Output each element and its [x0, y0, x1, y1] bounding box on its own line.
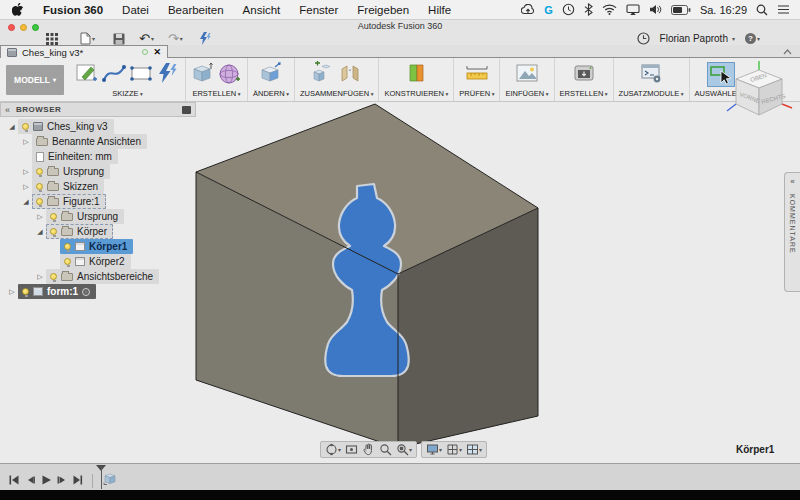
- group-label-skizze[interactable]: SKIZZE: [112, 89, 143, 98]
- minimize-window-button[interactable]: [20, 24, 27, 31]
- group-label-zusammenfuegen[interactable]: ZUSAMMENFÜGEN: [300, 89, 373, 98]
- group-label-zusatzmodule[interactable]: ZUSATZMODULE: [619, 89, 684, 98]
- tree-row-document-root[interactable]: ◢ Ches_king v3: [0, 119, 196, 134]
- app-grid-icon[interactable]: [46, 33, 58, 45]
- tree-row-figure-origin[interactable]: ▷ Ursprung: [0, 209, 196, 224]
- job-status-clock-icon[interactable]: [637, 32, 650, 45]
- browser-collapse-icon[interactable]: «: [5, 105, 10, 115]
- go-to-start-button[interactable]: [8, 472, 20, 490]
- menu-fenster[interactable]: Fenster: [299, 4, 338, 16]
- collapse-icon[interactable]: ▷: [20, 183, 32, 191]
- tree-row-form1[interactable]: ▷ form:1: [0, 284, 196, 299]
- visibility-bulb-icon[interactable]: [50, 273, 57, 280]
- visibility-bulb-icon[interactable]: [36, 168, 43, 175]
- menu-fusion360[interactable]: Fusion 360: [43, 4, 103, 16]
- sync-status-icon[interactable]: [199, 32, 212, 45]
- menu-bearbeiten[interactable]: Bearbeiten: [168, 4, 224, 16]
- visibility-bulb-icon[interactable]: [50, 228, 57, 235]
- viewports-button[interactable]: ▾: [464, 443, 484, 456]
- wifi-icon[interactable]: [602, 4, 617, 15]
- visibility-bulb-icon[interactable]: [64, 243, 71, 250]
- grid-snaps-button[interactable]: ▾: [444, 443, 464, 456]
- volume-icon[interactable]: [649, 4, 662, 15]
- notification-center-icon[interactable]: [777, 4, 790, 15]
- clock-menu-icon[interactable]: [562, 3, 575, 16]
- visibility-bulb-icon[interactable]: [64, 258, 71, 265]
- collapse-icon[interactable]: ▷: [20, 168, 32, 176]
- menu-freigeben[interactable]: Freigeben: [357, 4, 409, 16]
- form-feature-icon[interactable]: [103, 471, 118, 490]
- measure-icon[interactable]: [464, 61, 490, 89]
- create-mesh-sphere-icon[interactable]: [218, 61, 242, 89]
- zoom-button[interactable]: [377, 443, 394, 456]
- timeline-marker-line[interactable]: [101, 466, 102, 489]
- bluetooth-icon[interactable]: [584, 3, 593, 16]
- workspace-selector-button[interactable]: MODELL: [6, 65, 64, 95]
- apple-icon[interactable]: [12, 3, 24, 17]
- create-solid-icon[interactable]: [191, 61, 215, 89]
- document-tab[interactable]: Ches_king v3* ✕: [0, 45, 168, 58]
- add-ins-icon[interactable]: [638, 61, 664, 89]
- rectangle-sketch-icon[interactable]: [129, 61, 153, 89]
- tree-row-bodies-folder[interactable]: ◢ Körper: [0, 224, 196, 239]
- file-menu-button[interactable]: ▾: [80, 32, 95, 45]
- toolbar-collapse-chevron-icon[interactable]: [783, 48, 792, 57]
- go-to-end-button[interactable]: [72, 472, 84, 490]
- browser-settings-icon[interactable]: [182, 106, 191, 114]
- g-logo-icon[interactable]: G: [544, 4, 553, 16]
- menu-hilfe[interactable]: Hilfe: [428, 4, 451, 16]
- assemble-icon[interactable]: [311, 61, 335, 89]
- collapse-icon[interactable]: ▷: [6, 288, 18, 296]
- zoom-window-button[interactable]: [32, 24, 39, 31]
- redo-button[interactable]: ↷▾: [168, 34, 183, 44]
- tree-row-koerper1[interactable]: Körper1: [0, 239, 196, 254]
- joint-icon[interactable]: [338, 61, 362, 89]
- menu-ansicht[interactable]: Ansicht: [243, 4, 281, 16]
- step-back-button[interactable]: [24, 472, 36, 490]
- tree-row-figure1[interactable]: ◢ Figure:1: [0, 194, 196, 209]
- tree-row-origin[interactable]: ▷ Ursprung: [0, 164, 196, 179]
- expand-icon[interactable]: ◢: [6, 123, 18, 131]
- visibility-bulb-icon[interactable]: [36, 183, 43, 190]
- airplay-icon[interactable]: [626, 4, 640, 15]
- tree-row-view-areas[interactable]: ▷ Ansichtsbereiche: [0, 269, 196, 284]
- zoom-window-button[interactable]: ▾: [394, 443, 414, 456]
- spline-icon[interactable]: [102, 61, 126, 89]
- close-window-button[interactable]: [8, 24, 15, 31]
- battery-icon[interactable]: [671, 5, 691, 15]
- make-3d-print-icon[interactable]: [571, 61, 597, 89]
- insert-image-icon[interactable]: [514, 61, 540, 89]
- group-label-einfuegen[interactable]: EINFÜGEN: [505, 89, 548, 98]
- visibility-bulb-icon[interactable]: [22, 288, 29, 295]
- comments-panel-tab[interactable]: « KOMMENTARE: [784, 172, 800, 292]
- tree-row-units[interactable]: Einheiten: mm: [0, 149, 196, 164]
- pan-button[interactable]: [360, 443, 377, 456]
- group-label-aendern[interactable]: ÄNDERN: [253, 89, 289, 98]
- create-sketch-icon[interactable]: [75, 61, 99, 89]
- tree-row-sketches[interactable]: ▷ Skizzen: [0, 179, 196, 194]
- group-label-konstruieren[interactable]: KONSTRUIEREN: [384, 89, 448, 98]
- help-button[interactable]: ? ▾: [745, 33, 760, 44]
- expand-icon[interactable]: ◢: [20, 198, 32, 206]
- user-account-button[interactable]: Florian Paproth ▾: [660, 33, 735, 44]
- collapse-icon[interactable]: ▷: [34, 213, 46, 221]
- collapse-icon[interactable]: ▷: [20, 138, 32, 146]
- visibility-bulb-icon[interactable]: [50, 213, 57, 220]
- menubar-clock[interactable]: Sa. 16:29: [700, 4, 747, 16]
- visibility-bulb-icon[interactable]: [22, 123, 29, 130]
- display-settings-button[interactable]: ▾: [424, 443, 444, 456]
- undo-button[interactable]: ↶▾: [139, 34, 154, 44]
- menu-datei[interactable]: Datei: [122, 4, 149, 16]
- look-at-button[interactable]: [343, 443, 360, 456]
- collapse-icon[interactable]: ▷: [34, 273, 46, 281]
- tab-close-button[interactable]: ✕: [153, 48, 161, 57]
- group-label-erstellen-3d[interactable]: ERSTELLEN: [560, 89, 608, 98]
- construction-plane-icon[interactable]: [404, 61, 428, 89]
- backup-icon[interactable]: [521, 4, 535, 16]
- step-forward-button[interactable]: [56, 472, 68, 490]
- group-label-erstellen[interactable]: ERSTELLEN: [192, 89, 240, 98]
- play-button[interactable]: [40, 472, 52, 490]
- edit-form-target-icon[interactable]: [82, 288, 90, 296]
- expand-icon[interactable]: ◢: [34, 228, 46, 236]
- group-label-pruefen[interactable]: PRÜFEN: [459, 89, 494, 98]
